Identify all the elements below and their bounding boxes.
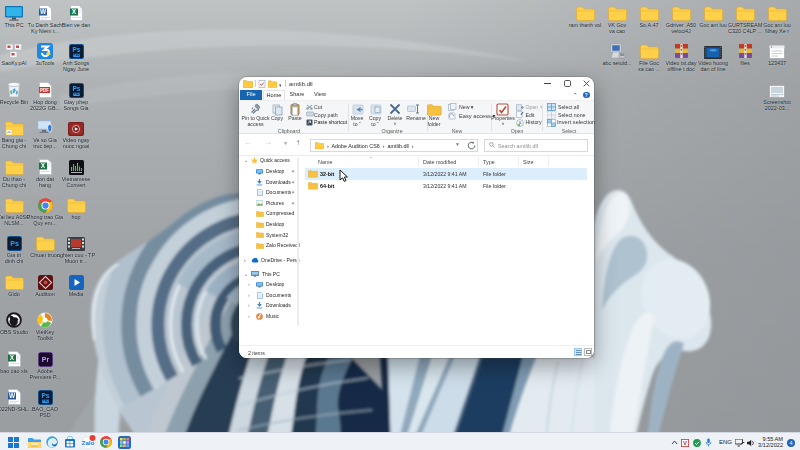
svg-text:X: X xyxy=(40,162,45,169)
svg-text:PDF: PDF xyxy=(40,88,49,93)
svg-text:X: X xyxy=(71,8,76,15)
svg-text:V: V xyxy=(683,440,687,446)
svg-text:PSD: PSD xyxy=(73,92,80,96)
svg-text:Ps: Ps xyxy=(72,85,80,92)
svg-text:Ps: Ps xyxy=(72,46,80,53)
svg-text:PSD: PSD xyxy=(73,53,80,57)
svg-text:W: W xyxy=(39,8,46,15)
svg-text:PSD: PSD xyxy=(42,399,49,403)
svg-text:Ps: Ps xyxy=(41,392,49,399)
svg-text:Pr: Pr xyxy=(41,356,49,363)
svg-text:X: X xyxy=(9,354,14,361)
svg-text:W: W xyxy=(8,392,15,399)
svg-text:Ps: Ps xyxy=(10,240,19,247)
